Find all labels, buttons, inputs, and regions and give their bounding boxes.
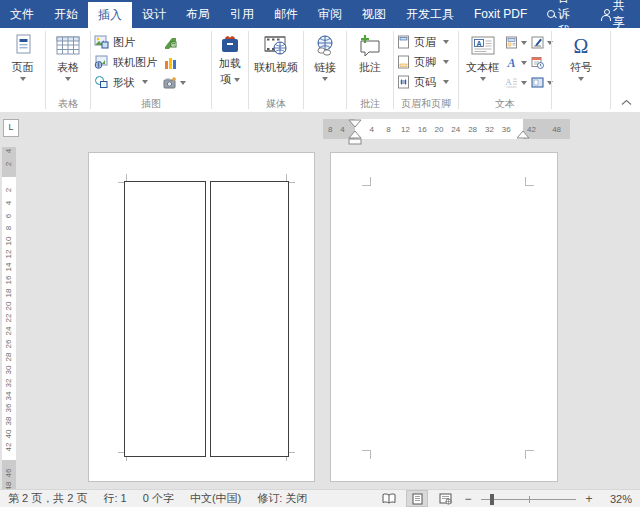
- v-ruler-number: 14: [4, 260, 14, 274]
- online-video-button[interactable]: 联机视频: [250, 31, 302, 77]
- collapse-ribbon-button[interactable]: [621, 99, 640, 112]
- footer-icon: [397, 55, 410, 69]
- page-indicator[interactable]: 第 2 页，共 2 页: [8, 491, 87, 506]
- ribbon-group-tables: 表格 表格: [46, 28, 90, 112]
- signature-line-button[interactable]: [531, 35, 553, 50]
- word-count[interactable]: 0 个字: [143, 491, 174, 506]
- v-ruler-number: 18: [4, 286, 14, 300]
- h-ruler-number: 28: [468, 125, 477, 134]
- print-layout-icon: [412, 493, 423, 505]
- zoom-out-button[interactable]: −: [463, 492, 473, 506]
- dropdown-arrow-icon: [180, 81, 186, 85]
- v-ruler[interactable]: 4224681012141618202224262830323436384042…: [2, 147, 16, 492]
- pages-button[interactable]: 页面: [6, 31, 40, 83]
- textbox-button[interactable]: A 文本框: [462, 31, 503, 83]
- language-indicator[interactable]: 中文(中国): [190, 491, 241, 506]
- group-label-pages: [0, 97, 45, 112]
- page-number-button[interactable]: 页码: [397, 74, 449, 90]
- symbol-button[interactable]: Ω 符号: [564, 31, 598, 83]
- rectangle-shape-2[interactable]: [210, 181, 289, 457]
- hanging-indent-marker[interactable]: [349, 131, 361, 138]
- online-video-label: 联机视频: [254, 60, 298, 75]
- dropdown-arrow-icon: [443, 80, 449, 84]
- date-time-button[interactable]: [531, 55, 553, 70]
- rectangle-shape-1[interactable]: [124, 181, 206, 457]
- group-label-comments: 批注: [347, 97, 393, 112]
- menu-tab-4[interactable]: 设计: [132, 0, 176, 28]
- h-ruler-number: 24: [451, 125, 460, 134]
- menu-tab-1[interactable]: 文件: [0, 0, 44, 28]
- h-ruler[interactable]: 8448121620242832364248: [323, 119, 570, 139]
- object-button[interactable]: [531, 75, 553, 90]
- zoom-level[interactable]: 32%: [602, 493, 632, 505]
- object-icon: [531, 76, 544, 89]
- ribbon-group-symbols: Ω 符号: [552, 28, 610, 112]
- h-ruler-number: 4: [340, 125, 344, 134]
- status-bar: 第 2 页，共 2 页 行: 1 0 个字 中文(中国) 修订: 关闭 − + …: [0, 489, 640, 507]
- share-button[interactable]: 共享: [589, 0, 640, 28]
- table-button-label: 表格: [57, 60, 79, 75]
- menu-tab-2[interactable]: 开始: [44, 0, 88, 28]
- v-ruler-number: 28: [4, 350, 14, 364]
- comment-button[interactable]: 批注: [353, 31, 387, 77]
- h-ruler-number: 8: [386, 125, 390, 134]
- h-ruler-number: 20: [435, 125, 444, 134]
- group-label-text: 文本: [459, 97, 551, 112]
- web-layout-button[interactable]: [435, 491, 455, 506]
- v-ruler-number: 32: [4, 376, 14, 390]
- screenshot-button[interactable]: [163, 75, 186, 90]
- wordart-button[interactable]: A: [505, 55, 527, 70]
- group-label-media: 媒体: [249, 97, 303, 112]
- menu-tab-6[interactable]: 引用: [220, 0, 264, 28]
- left-indent-marker[interactable]: [349, 139, 361, 144]
- zoom-in-button[interactable]: +: [584, 492, 594, 506]
- margin-corner-mark: [362, 450, 371, 459]
- chart-button[interactable]: [163, 55, 186, 70]
- textbox-label: 文本框: [466, 60, 499, 75]
- page-1[interactable]: [88, 152, 315, 482]
- links-button[interactable]: 链接: [308, 31, 342, 83]
- v-ruler-number: 16: [4, 273, 14, 287]
- tell-me-button[interactable]: 告诉我: [537, 0, 589, 28]
- drop-cap-button[interactable]: A: [505, 75, 527, 90]
- drop-cap-icon: A: [505, 76, 518, 89]
- shapes-label: 形状: [113, 75, 135, 90]
- print-layout-button[interactable]: [407, 491, 427, 506]
- menu-tab-11[interactable]: Foxit PDF: [464, 0, 537, 28]
- line-indicator[interactable]: 行: 1: [103, 491, 126, 506]
- smartart-button[interactable]: [163, 35, 186, 50]
- zoom-slider[interactable]: [481, 492, 576, 506]
- svg-text:A: A: [505, 77, 512, 87]
- table-button[interactable]: 表格: [51, 31, 85, 83]
- addins-button[interactable]: 加载 项: [219, 31, 241, 89]
- pages-button-label: 页面: [12, 60, 34, 75]
- read-mode-button[interactable]: [379, 491, 399, 506]
- symbol-label: 符号: [570, 60, 592, 75]
- v-ruler-number: 42: [4, 440, 14, 454]
- tab-stop-selector[interactable]: L: [3, 119, 19, 137]
- zoom-slider-thumb[interactable]: [490, 494, 494, 505]
- document-area[interactable]: L 8448121620242832364248 422468101214161…: [0, 112, 640, 489]
- header-button[interactable]: 页眉: [397, 34, 449, 50]
- quick-parts-button[interactable]: [505, 35, 527, 50]
- menu-tab-7[interactable]: 邮件: [264, 0, 308, 28]
- addins-label-line1: 加载: [219, 56, 241, 71]
- picture-button[interactable]: 图片: [94, 34, 157, 50]
- track-changes-indicator[interactable]: 修订: 关闭: [257, 491, 307, 506]
- menu-tab-10[interactable]: 开发工具: [396, 0, 464, 28]
- footer-button[interactable]: 页脚: [397, 54, 449, 70]
- menu-tab-5[interactable]: 布局: [176, 0, 220, 28]
- first-line-indent-marker[interactable]: [349, 120, 361, 127]
- dropdown-arrow-icon: [480, 77, 486, 81]
- menu-tab-8[interactable]: 审阅: [308, 0, 352, 28]
- word-window: 文件开始插入设计布局引用邮件审阅视图开发工具Foxit PDF 告诉我 共享 页…: [0, 0, 640, 507]
- omega-icon: Ω: [568, 33, 594, 59]
- page-2[interactable]: [330, 152, 558, 482]
- shapes-button[interactable]: 形状: [94, 74, 157, 90]
- zoom-slider-center-tick: [529, 496, 530, 503]
- v-ruler-number: 4: [4, 196, 14, 210]
- web-layout-icon: [439, 493, 452, 505]
- online-pictures-button[interactable]: 联机图片: [94, 54, 157, 70]
- menu-tab-3[interactable]: 插入: [88, 2, 132, 28]
- menu-tab-9[interactable]: 视图: [352, 0, 396, 28]
